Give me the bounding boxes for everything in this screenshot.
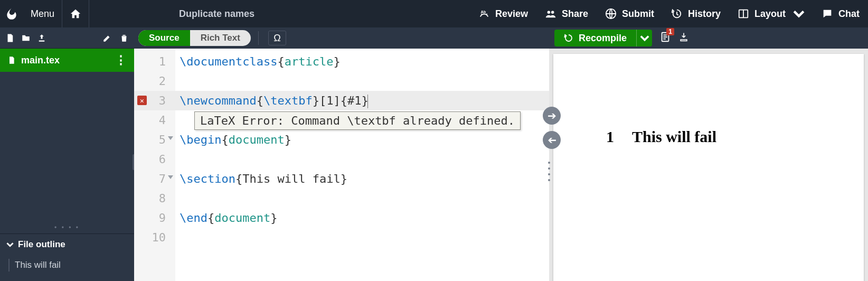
code-token: \end [180,211,207,224]
separator [89,0,89,27]
logs-button[interactable]: 1 [659,31,671,45]
layout-button[interactable]: Layout [729,0,813,27]
code-token: article [285,55,334,68]
upload-icon[interactable] [37,33,46,43]
line-number: 9 [159,211,166,224]
new-folder-icon[interactable] [21,33,31,43]
code-content[interactable]: \documentclass{article} \newcommand{\tex… [175,49,549,281]
pdf-panel: Recompile 1 1 This will fail [549,27,868,281]
rich-text-mode-button[interactable]: Rich Text [190,30,251,46]
recompile-dropdown-button[interactable] [636,30,652,46]
recompile-group: Recompile [554,30,652,46]
code-token: document [229,133,285,146]
chat-label: Chat [838,8,860,20]
history-button[interactable]: History [663,0,729,27]
chat-button[interactable]: Chat [813,0,868,27]
text-cursor [367,95,368,108]
file-icon [7,55,16,65]
history-label: History [688,8,721,20]
fold-toggle-icon[interactable] [168,175,173,179]
main-area: main.tex ⋮ • • • • File outline This wil… [0,27,868,281]
line-gutter: 1 2 ✕ 3 4 5 6 7 8 9 10 [134,49,175,281]
error-marker-icon[interactable]: ✕ [137,96,147,105]
code-token: \textbf [263,94,313,107]
pdf-toolbar: Recompile 1 [549,27,868,49]
review-icon: Ab [478,8,490,20]
layout-label: Layout [754,8,786,20]
code-token: \newcommand [180,94,257,107]
editor-panel: Source Rich Text Ω 1 2 ✕ 3 4 5 6 [134,27,549,281]
pdf-section-title: This will fail [632,128,716,146]
chat-icon [822,8,833,20]
center-splitter[interactable] [546,160,552,183]
code-token: \documentclass [180,55,277,68]
submit-icon [605,8,617,20]
code-token: This will fail [242,172,340,185]
file-tree-item-active[interactable]: main.tex ⋮ [0,49,134,72]
code-token: #1 [347,94,362,107]
code-token: [1] [319,94,341,107]
line-number: 8 [159,192,166,205]
menu-button[interactable]: Menu [23,0,62,27]
svg-point-1 [548,11,551,14]
delete-icon[interactable] [119,33,129,43]
sync-code-to-pdf-button[interactable]: ➔ [543,107,561,125]
sync-pdf-to-code-button[interactable]: ➔ [543,131,561,149]
sync-buttons: ➔ ➔ [543,107,561,149]
home-button[interactable] [62,0,89,27]
pdf-page: 1 This will fail [553,54,864,281]
project-title[interactable]: Duplicate names [179,8,254,20]
code-token: \begin [180,133,221,146]
line-number: 1 [159,55,166,68]
recompile-label: Recompile [579,33,627,44]
source-mode-button[interactable]: Source [138,30,190,46]
submit-label: Submit [622,8,654,20]
chevron-down-icon [793,8,805,20]
line-number: 2 [159,74,166,88]
line-number: 6 [159,153,166,166]
chevron-down-icon [6,241,14,248]
recompile-button[interactable]: Recompile [554,33,636,44]
error-tooltip: LaTeX Error: Command \textbf already def… [194,111,521,130]
share-icon [545,8,556,20]
download-icon [678,32,689,42]
line-number: 5 [159,133,166,146]
share-label: Share [562,8,588,20]
chevron-down-icon [640,33,649,43]
pdf-viewport[interactable]: 1 This will fail [549,49,868,281]
overleaf-logo-icon[interactable] [0,7,23,21]
share-button[interactable]: Share [536,0,597,27]
new-file-icon[interactable] [5,33,15,43]
review-button[interactable]: Ab Review [470,0,536,27]
file-panel-toolbar [0,27,134,49]
file-item-menu-button[interactable]: ⋮ [115,53,127,67]
symbol-palette-button[interactable]: Ω [268,31,286,45]
line-number: 4 [159,114,166,127]
svg-point-2 [551,11,554,14]
submit-button[interactable]: Submit [597,0,663,27]
outline-item-label: This will fail [15,260,61,270]
separator [258,31,259,45]
pdf-section-number: 1 [606,128,614,146]
code-editor[interactable]: 1 2 ✕ 3 4 5 6 7 8 9 10 [134,49,549,281]
file-name: main.tex [21,55,60,66]
panel-resize-handle[interactable]: • • • • [0,222,134,233]
menu-label: Menu [31,8,54,20]
svg-text:Ab: Ab [480,10,486,14]
outline-header-label: File outline [18,239,65,250]
file-panel: main.tex ⋮ • • • • File outline This wil… [0,27,134,281]
home-icon [70,8,81,20]
outline-item[interactable]: This will fail [0,255,134,281]
layout-icon [738,8,749,20]
refresh-icon [564,33,573,43]
fold-toggle-icon[interactable] [168,136,173,140]
error-count-badge: 1 [666,28,674,35]
review-label: Review [495,8,528,20]
top-bar: Menu Duplicate names Ab Review Share Sub… [0,0,868,27]
rename-icon[interactable] [102,33,112,43]
file-outline-toggle[interactable]: File outline [0,233,134,255]
pdf-section-heading: 1 This will fail [606,128,822,146]
line-number: 10 [152,231,166,244]
download-pdf-button[interactable] [678,32,689,44]
history-icon [671,8,683,20]
